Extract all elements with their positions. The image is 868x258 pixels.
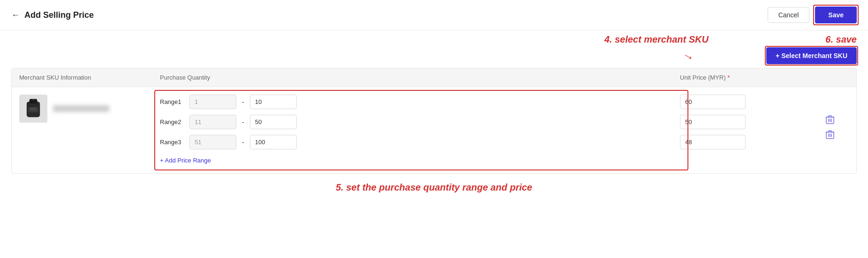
svg-rect-12 — [829, 131, 831, 132]
back-button[interactable]: ← — [11, 10, 20, 20]
header-right: Cancel Save — [768, 7, 857, 23]
arrow-icon: → — [679, 47, 697, 66]
trash-icon-2 — [826, 130, 834, 140]
range-2-label: Range2 — [160, 118, 186, 125]
col-unit-price: Unit Price (MYR) — [680, 74, 811, 81]
range-2-delete-button[interactable] — [823, 115, 837, 125]
save-button[interactable]: Save — [815, 7, 857, 23]
annotation-select-sku: 4. select merchant SKU — [604, 34, 709, 45]
ranges-column: Range1 - Range2 - Range3 - + Add Price R… — [160, 95, 680, 166]
col-actions — [811, 74, 849, 81]
range-2-separator: - — [240, 118, 246, 126]
svg-rect-5 — [32, 99, 35, 100]
range-1-to-input[interactable] — [250, 95, 297, 109]
range-1-separator: - — [240, 98, 246, 106]
range-3-delete-button[interactable] — [823, 130, 837, 140]
svg-rect-3 — [30, 108, 36, 109]
cancel-button[interactable]: Cancel — [768, 7, 810, 23]
price-table: Merchant SKU Information Purchase Quanti… — [11, 68, 857, 174]
page-title: Add Selling Price — [24, 10, 94, 20]
range-1-action-placeholder — [823, 96, 837, 110]
range-3-row: Range3 - — [160, 135, 680, 149]
sku-image — [19, 95, 47, 123]
range-3-price-input[interactable] — [680, 135, 746, 149]
sku-text — [53, 105, 109, 112]
annotation-save: 6. save — [825, 34, 857, 45]
range-1-row: Range1 - — [160, 95, 680, 109]
range-1-from-input[interactable] — [189, 95, 236, 109]
range-2-to-input[interactable] — [250, 115, 297, 129]
page-header: ← Add Selling Price Cancel Save — [0, 0, 868, 30]
col-purchase-qty: Purchase Quantity — [160, 74, 680, 81]
svg-rect-4 — [30, 110, 36, 111]
add-price-range-button[interactable]: + Add Price Range — [160, 155, 680, 166]
range-3-to-input[interactable] — [250, 135, 297, 149]
range-2-from-input[interactable] — [189, 115, 236, 129]
actions-column — [811, 95, 849, 140]
sku-info-cell — [19, 95, 160, 123]
col-sku-info: Merchant SKU Information — [19, 74, 160, 81]
range-2-row: Range2 - — [160, 115, 680, 129]
bottom-annotation: 5. set the purchase quantity range and p… — [0, 174, 868, 198]
range-1-price-input[interactable] — [680, 95, 746, 109]
backpack-image — [22, 97, 45, 120]
prices-column — [680, 95, 811, 149]
svg-rect-7 — [829, 116, 831, 117]
trash-icon — [826, 115, 834, 125]
range-1-label: Range1 — [160, 98, 186, 105]
range-2-price-input[interactable] — [680, 115, 746, 129]
range-3-label: Range3 — [160, 139, 186, 146]
range-3-separator: - — [240, 139, 246, 146]
table-header: Merchant SKU Information Purchase Quanti… — [12, 68, 856, 87]
table-row: Range1 - Range2 - Range3 - + Add Price R… — [12, 87, 856, 173]
select-merchant-sku-button[interactable]: + Select Merchant SKU — [766, 47, 857, 64]
header-left: ← Add Selling Price — [11, 10, 94, 20]
range-3-from-input[interactable] — [189, 135, 236, 149]
